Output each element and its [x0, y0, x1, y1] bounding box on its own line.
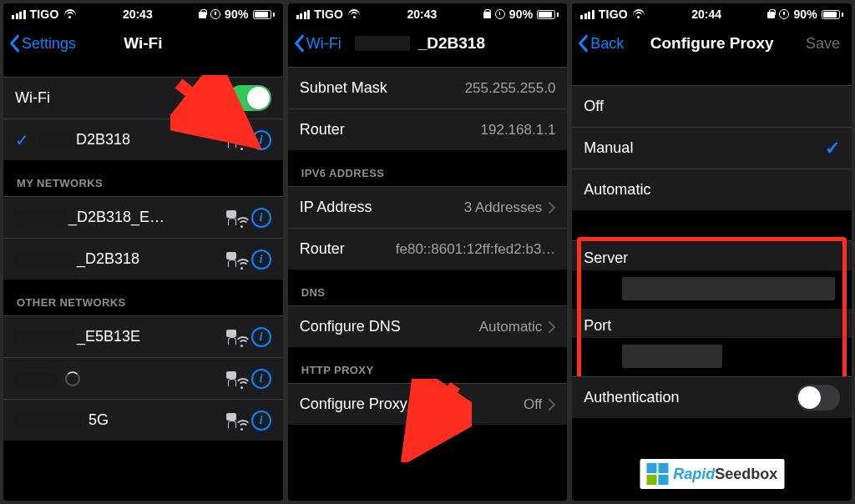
chevron-right-icon	[549, 399, 555, 411]
alarm-icon	[210, 9, 220, 19]
network-row[interactable]: 5G i	[3, 399, 283, 441]
orientation-lock-icon	[199, 9, 206, 19]
orientation-lock-icon	[483, 9, 491, 19]
http-proxy-header: HTTP PROXY	[288, 359, 568, 383]
network-row[interactable]: _E5B13E i	[3, 315, 283, 357]
wifi-toggle-label: Wi-Fi	[15, 89, 50, 107]
chevron-right-icon	[549, 321, 555, 333]
status-bar: TIGO 20:43 90%	[288, 3, 568, 25]
authentication-toggle[interactable]	[797, 385, 840, 411]
back-label: Back	[590, 35, 624, 53]
proxy-option-automatic[interactable]: Automatic	[572, 169, 852, 210]
wifi-status-icon	[632, 9, 645, 19]
authentication-row[interactable]: Authentication	[572, 376, 852, 418]
my-networks-header: MY NETWORKS	[3, 172, 283, 196]
proxy-option-off[interactable]: Off	[572, 85, 852, 127]
page-title: _D2B318	[355, 34, 568, 53]
checkmark-icon: ✓	[15, 130, 29, 150]
port-label: Port	[584, 317, 840, 335]
screen-wifi-list: TIGO 20:43 90% Settings Wi-Fi Wi-Fi ✓ D2…	[3, 3, 283, 501]
row-value: 3 Addresses	[464, 199, 543, 216]
alarm-icon	[779, 9, 789, 19]
configure-dns-row[interactable]: Configure DNS Automatic	[288, 305, 568, 347]
info-button[interactable]: i	[251, 327, 271, 347]
carrier-label: TIGO	[30, 8, 59, 21]
battery-icon	[822, 10, 843, 19]
info-button[interactable]: i	[251, 249, 271, 270]
row-label: Subnet Mask	[300, 79, 387, 97]
back-label: Wi-Fi	[306, 35, 341, 53]
network-ssid: _E5B13E	[77, 328, 140, 345]
configure-proxy-row[interactable]: Configure Proxy Off	[288, 383, 568, 425]
carrier-label: TIGO	[599, 8, 628, 21]
clock-label: 20:44	[691, 8, 721, 21]
port-input[interactable]	[622, 345, 722, 368]
status-bar: TIGO 20:43 90%	[3, 3, 283, 25]
network-row[interactable]: _D2B318_E… i	[3, 196, 283, 238]
ipv6-ip-row[interactable]: IP Address 3 Addresses	[288, 186, 568, 228]
checkmark-icon: ✓	[825, 138, 840, 159]
option-label: Manual	[584, 139, 633, 157]
brand-badge: RapidSeedbox	[640, 459, 784, 489]
network-ssid: 5G	[89, 411, 109, 429]
row-label: Router	[300, 240, 345, 258]
network-row[interactable]: i	[3, 357, 283, 399]
back-button[interactable]: Settings	[8, 34, 76, 53]
connected-network-row[interactable]: ✓ D2B318 i	[3, 118, 283, 160]
proxy-option-manual[interactable]: Manual ✓	[572, 127, 852, 169]
row-value: Off	[524, 396, 542, 413]
loading-spinner-icon	[65, 371, 80, 386]
row-value: fe80::8601:12ff:fed2:b3…	[396, 241, 556, 258]
info-button[interactable]: i	[251, 130, 271, 150]
back-label: Settings	[22, 35, 76, 53]
clock-label: 20:43	[123, 8, 153, 21]
row-value: 255.255.255.0	[465, 80, 556, 97]
battery-pct: 90%	[793, 8, 817, 21]
wifi-status-icon	[63, 9, 77, 19]
cell-signal-icon	[296, 10, 311, 19]
info-button[interactable]: i	[251, 411, 271, 431]
subnet-mask-row: Subnet Mask 255.255.255.0	[288, 67, 568, 108]
option-label: Automatic	[584, 181, 650, 199]
row-label: Configure DNS	[300, 318, 401, 335]
carrier-label: TIGO	[314, 8, 343, 21]
info-button[interactable]: i	[251, 208, 271, 228]
connected-ssid: D2B318	[76, 131, 130, 149]
brand-a: Rapid	[673, 466, 715, 482]
battery-pct: 90%	[225, 8, 249, 21]
network-row[interactable]: _D2B318 i	[3, 238, 283, 280]
wifi-toggle[interactable]	[228, 85, 271, 111]
chevron-right-icon	[549, 202, 555, 214]
orientation-lock-icon	[767, 9, 775, 19]
row-value: Automatic	[479, 319, 543, 335]
wifi-status-icon	[347, 9, 361, 19]
battery-pct: 90%	[509, 8, 534, 21]
info-button[interactable]: i	[251, 369, 271, 389]
row-label: Configure Proxy	[300, 396, 407, 413]
other-networks-header: OTHER NETWORKS	[3, 291, 283, 315]
save-button[interactable]: Save	[806, 35, 847, 53]
ipv6-router-row: Router fe80::8601:12ff:fed2:b3…	[288, 228, 568, 270]
battery-icon	[537, 10, 559, 19]
brand-b: Seedbox	[715, 466, 777, 482]
back-button[interactable]: Back	[577, 34, 624, 53]
nav-bar: Settings Wi-Fi	[3, 25, 283, 62]
network-ssid: _D2B318	[77, 250, 139, 268]
server-input[interactable]	[622, 277, 835, 300]
back-button[interactable]: Wi-Fi	[293, 34, 341, 53]
dns-header: DNS	[288, 281, 568, 305]
wifi-toggle-row[interactable]: Wi-Fi	[3, 77, 283, 118]
windows-tiles-icon	[646, 463, 668, 485]
row-label: Router	[300, 121, 345, 139]
router-row: Router 192.168.1.1	[288, 108, 568, 150]
port-row: Port	[572, 309, 852, 338]
chevron-left-icon	[293, 34, 305, 53]
chevron-left-icon	[577, 34, 589, 53]
clock-label: 20:43	[407, 8, 438, 21]
server-label: Server	[584, 249, 840, 267]
status-bar: TIGO 20:44 90%	[572, 3, 852, 25]
nav-bar: Back Configure Proxy Save	[572, 25, 852, 62]
screen-configure-proxy: TIGO 20:44 90% Back Configure Proxy Save…	[572, 3, 852, 501]
screen-wifi-details: TIGO 20:43 90% Wi-Fi _D2B318 Subnet Mask…	[288, 3, 568, 501]
server-row: Server	[572, 240, 852, 270]
